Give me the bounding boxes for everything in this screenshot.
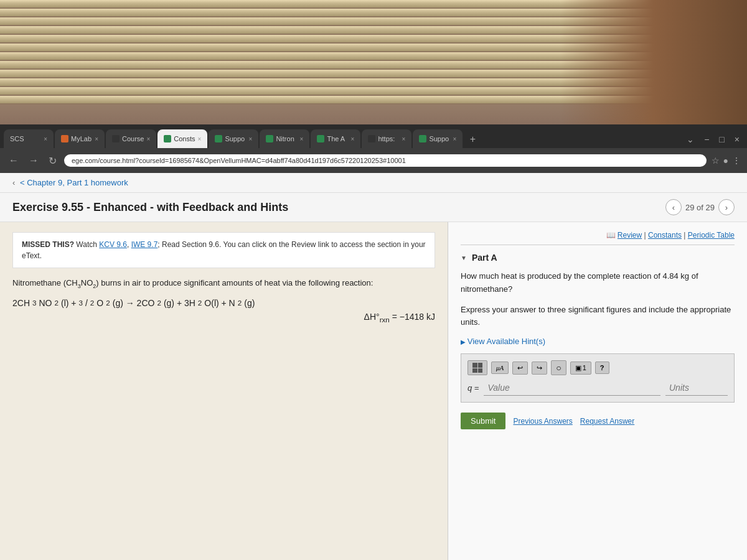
book-icon: 📖 xyxy=(606,231,616,240)
page-count: 29 of 29 xyxy=(685,203,715,212)
tab-close-icon[interactable]: × xyxy=(198,136,202,142)
browser-tab-5[interactable]: Nitron× xyxy=(260,129,309,148)
tab-favicon xyxy=(419,135,426,142)
tab-close-icon[interactable]: × xyxy=(351,136,355,142)
missed-box: MISSED THIS? Watch KCV 9.6, IWE 9.7; Rea… xyxy=(12,232,435,268)
bookmark-icon[interactable]: ☆ xyxy=(712,156,720,166)
browser-tab-2[interactable]: Course× xyxy=(106,129,156,148)
mu-button[interactable]: μA xyxy=(491,362,509,374)
tab-actions: ⌄ − □ × xyxy=(683,133,743,148)
undo-button[interactable] xyxy=(512,362,528,375)
missed-label: MISSED THIS? xyxy=(22,240,74,249)
browser-tab-6[interactable]: The A× xyxy=(311,129,360,148)
browser-tab-8[interactable]: Suppo× xyxy=(413,129,463,148)
grid-icon xyxy=(472,363,482,373)
part-a-label: Part A xyxy=(472,253,497,263)
tab-close-icon[interactable]: × xyxy=(300,136,304,142)
minimize-button[interactable]: − xyxy=(700,133,713,146)
browser-tab-1[interactable]: MyLab× xyxy=(55,129,105,148)
input-row: q = xyxy=(467,380,728,396)
restore-button[interactable]: □ xyxy=(715,133,728,146)
tab-label: Suppo xyxy=(429,135,449,142)
tab-bar: SCS×MyLab×Course×Consts×Suppo×Nitron×The… xyxy=(0,124,747,148)
part-collapse-icon[interactable]: ▼ xyxy=(461,254,467,261)
iwe-link[interactable]: IWE 9.7 xyxy=(131,240,158,249)
breadcrumb[interactable]: ‹ < Chapter 9, Part 1 homework xyxy=(0,173,747,193)
tab-close-icon[interactable]: × xyxy=(249,136,253,142)
browser-tab-3[interactable]: Consts× xyxy=(157,129,207,148)
help-button[interactable] xyxy=(595,362,609,374)
question-subtext: Express your answer to three significant… xyxy=(461,304,735,330)
request-answer-link[interactable]: Request Answer xyxy=(580,417,634,426)
new-tab-button[interactable]: + xyxy=(464,131,481,148)
reload-button[interactable]: ↻ xyxy=(46,154,59,168)
back-arrow-icon: ‹ xyxy=(12,178,15,187)
tab-label: https: xyxy=(378,135,395,142)
q-label: q = xyxy=(467,383,479,393)
exercise-header: Exercise 9.55 - Enhanced - with Feedback… xyxy=(0,193,747,222)
right-panel: 📖 Review | Constants | Periodic Table ▼ … xyxy=(448,222,747,560)
insert-grid-button[interactable] xyxy=(467,360,487,375)
tab-favicon xyxy=(215,135,222,142)
browser-tab-0[interactable]: SCS× xyxy=(4,129,54,148)
review-links: 📖 Review | Constants | Periodic Table xyxy=(461,231,735,245)
doc-button[interactable]: 1 xyxy=(570,362,591,375)
tab-favicon xyxy=(112,135,120,142)
close-window-button[interactable]: × xyxy=(731,133,743,146)
tab-favicon xyxy=(164,135,171,142)
constants-link[interactable]: Constants xyxy=(648,231,682,240)
tab-label: Nitron xyxy=(276,135,294,142)
redo-button[interactable] xyxy=(532,362,547,375)
doc-icon xyxy=(575,364,581,372)
room-right-wall xyxy=(560,0,747,124)
tab-close-icon[interactable]: × xyxy=(402,136,406,142)
breadcrumb-text: < Chapter 9, Part 1 homework xyxy=(20,178,128,187)
review-link[interactable]: Review xyxy=(618,231,642,240)
value-input[interactable] xyxy=(484,380,660,396)
tab-close-icon[interactable]: × xyxy=(44,136,47,142)
browser-tab-7[interactable]: https:× xyxy=(362,129,411,148)
page-nav: ‹ 29 of 29 › xyxy=(665,199,735,215)
tab-search-button[interactable]: ⌄ xyxy=(683,133,698,146)
tab-favicon xyxy=(266,135,273,142)
periodic-table-link[interactable]: Periodic Table xyxy=(688,231,735,240)
tab-close-icon[interactable]: × xyxy=(146,136,150,142)
tab-close-icon[interactable]: × xyxy=(453,136,457,142)
prev-page-button[interactable]: ‹ xyxy=(665,199,682,215)
problem-intro: Nitromethane (CH3NO2) burns in air to pr… xyxy=(12,277,435,291)
action-row: Submit Previous Answers Request Answer xyxy=(461,413,735,429)
tab-favicon xyxy=(61,135,68,142)
kcv-link[interactable]: KCV 9.6 xyxy=(99,240,127,249)
tab-label: Suppo xyxy=(225,135,245,142)
browser-chrome: SCS×MyLab×Course×Consts×Suppo×Nitron×The… xyxy=(0,124,747,173)
exercise-title: Exercise 9.55 - Enhanced - with Feedback… xyxy=(12,201,288,214)
url-bar[interactable]: ege.com/course.html?courseld=16985674&Op… xyxy=(64,154,707,167)
menu-icon[interactable]: ⋮ xyxy=(732,156,741,166)
doc-number: 1 xyxy=(583,364,586,371)
room-background xyxy=(0,0,747,124)
previous-answers-link[interactable]: Previous Answers xyxy=(513,417,572,426)
next-page-button[interactable]: › xyxy=(718,199,735,215)
address-icons: ☆ ● ⋮ xyxy=(712,156,741,166)
url-text: ege.com/course.html?courseld=16985674&Op… xyxy=(72,157,406,164)
back-button[interactable]: ← xyxy=(6,154,21,167)
page-content: ‹ < Chapter 9, Part 1 homework Exercise … xyxy=(0,173,747,560)
main-layout: MISSED THIS? Watch KCV 9.6, IWE 9.7; Rea… xyxy=(0,222,747,560)
refresh-icon xyxy=(556,363,561,373)
browser-tab-4[interactable]: Suppo× xyxy=(209,129,258,148)
tab-label: MyLab xyxy=(71,135,92,142)
tab-favicon xyxy=(368,135,375,142)
submit-button[interactable]: Submit xyxy=(461,413,505,429)
hints-link[interactable]: View Available Hint(s) xyxy=(461,337,735,346)
units-input[interactable] xyxy=(665,380,728,396)
question-text: How much heat is produced by the complet… xyxy=(461,270,735,296)
reset-button[interactable] xyxy=(551,360,566,375)
forward-button[interactable]: → xyxy=(26,154,41,167)
profile-icon[interactable]: ● xyxy=(723,156,728,166)
tab-favicon xyxy=(317,135,324,142)
redo-icon xyxy=(537,364,542,372)
part-a-header: ▼ Part A xyxy=(461,253,735,263)
equation-delta: ΔH°rxn = −1418 kJ xyxy=(12,312,435,324)
tab-close-icon[interactable]: × xyxy=(95,136,98,142)
tab-label: Consts xyxy=(174,135,195,142)
